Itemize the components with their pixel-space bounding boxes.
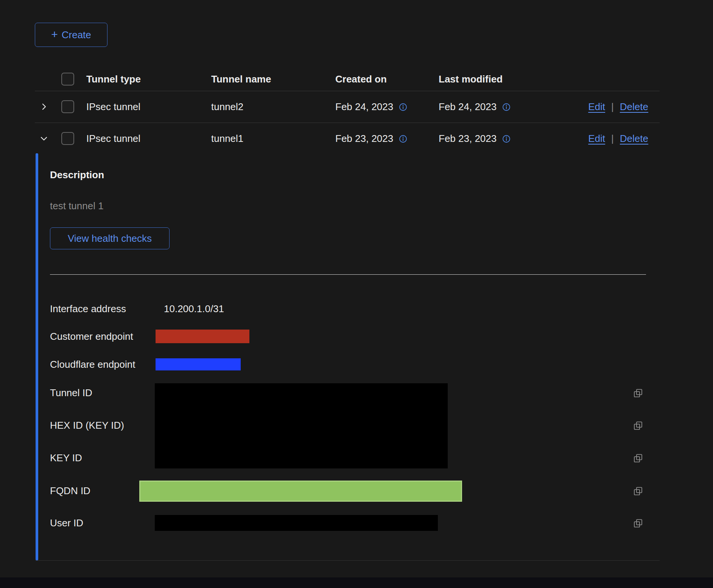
description-value: test tunnel 1 (50, 200, 104, 212)
chevron-down-icon[interactable] (35, 134, 53, 143)
copy-icon[interactable] (633, 518, 643, 529)
action-separator: | (611, 101, 614, 113)
action-separator: | (611, 133, 614, 145)
copy-icon[interactable] (633, 420, 643, 431)
row-checkbox[interactable] (61, 100, 74, 113)
edit-link[interactable]: Edit (588, 101, 605, 113)
field-label-key-id: KEY ID (50, 452, 82, 464)
field-label-interface-address: Interface address (50, 303, 126, 314)
cloudflare-endpoint-redaction (156, 358, 241, 370)
field-label-hex-id: HEX ID (KEY ID) (50, 420, 124, 431)
tunnel-name-cell: tunnel1 (211, 133, 335, 145)
info-icon[interactable] (399, 103, 408, 112)
row-checkbox[interactable] (61, 132, 74, 145)
tunnel-type-cell: IPsec tunnel (86, 133, 211, 145)
tunnel-type-cell: IPsec tunnel (86, 101, 211, 113)
copy-icon[interactable] (633, 453, 643, 464)
table-header-row: Tunnel type Tunnel name Created on Last … (35, 67, 660, 91)
last-modified-cell: Feb 23, 2023 (439, 133, 497, 145)
user-id-redaction (155, 515, 438, 531)
tunnel-name-cell: tunnel2 (211, 101, 335, 113)
created-on-cell: Feb 24, 2023 (335, 101, 393, 113)
field-label-cloudflare-endpoint: Cloudflare endpoint (50, 359, 135, 370)
field-label-customer-endpoint: Customer endpoint (50, 331, 133, 342)
fqdn-id-redaction (139, 481, 462, 502)
customer-endpoint-redaction (156, 330, 249, 343)
table-row: IPsec tunnel tunnel1 Feb 23, 2023 Feb 23… (35, 123, 660, 154)
created-on-cell: Feb 23, 2023 (335, 133, 393, 145)
info-icon[interactable] (502, 134, 511, 143)
col-header-created-on: Created on (335, 73, 439, 85)
col-header-tunnel-name: Tunnel name (211, 73, 335, 85)
view-health-checks-button[interactable]: View health checks (50, 227, 170, 249)
plus-icon: + (51, 29, 58, 40)
copy-icon[interactable] (633, 486, 643, 496)
edit-link[interactable]: Edit (588, 133, 605, 145)
detail-divider (50, 274, 646, 275)
info-icon[interactable] (399, 134, 408, 143)
detail-bottom-divider (36, 560, 660, 561)
create-button[interactable]: + Create (35, 23, 107, 47)
ids-redaction-block (155, 383, 448, 468)
delete-link[interactable]: Delete (620, 133, 648, 145)
create-button-label: Create (62, 29, 91, 41)
field-label-user-id: User ID (50, 517, 83, 529)
description-heading: Description (50, 169, 104, 180)
info-icon[interactable] (502, 103, 511, 112)
select-all-checkbox[interactable] (61, 73, 74, 86)
chevron-right-icon[interactable] (35, 102, 53, 111)
col-header-last-modified: Last modified (439, 73, 548, 85)
footer-band (0, 577, 713, 588)
delete-link[interactable]: Delete (620, 101, 648, 113)
interface-address-value: 10.200.1.0/31 (164, 303, 224, 314)
expanded-row-accent-bar (36, 153, 38, 560)
col-header-tunnel-type: Tunnel type (86, 73, 211, 85)
tunnel-detail-panel: Description test tunnel 1 View health ch… (36, 153, 660, 560)
last-modified-cell: Feb 24, 2023 (439, 101, 497, 113)
field-label-fqdn-id: FQDN ID (50, 485, 90, 496)
table-row: IPsec tunnel tunnel2 Feb 24, 2023 Feb 24… (35, 91, 660, 123)
copy-icon[interactable] (633, 388, 643, 398)
field-label-tunnel-id: Tunnel ID (50, 387, 92, 398)
